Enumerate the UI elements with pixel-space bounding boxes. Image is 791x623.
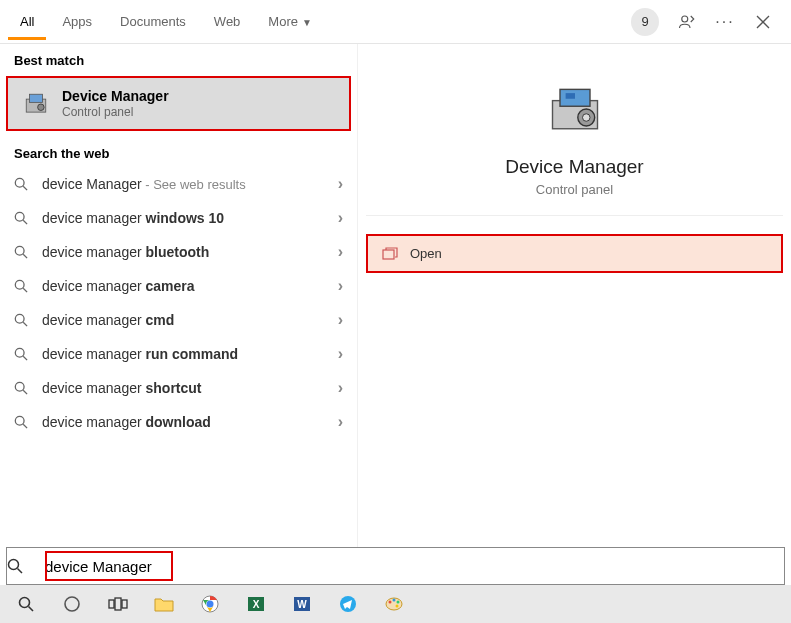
svg-line-19 [23, 390, 27, 394]
web-result-text: device manager run command [42, 346, 338, 362]
best-match-title: Device Manager [62, 88, 169, 104]
taskbar: X W [0, 585, 791, 623]
chevron-right-icon: › [338, 209, 343, 227]
svg-point-20 [15, 416, 24, 425]
best-match-subtitle: Control panel [62, 105, 169, 119]
search-input[interactable] [41, 552, 784, 581]
web-result-text: device manager camera [42, 278, 338, 294]
svg-point-5 [38, 104, 45, 111]
chevron-right-icon: › [338, 311, 343, 329]
taskbar-search-icon[interactable] [6, 588, 46, 620]
svg-line-11 [23, 254, 27, 258]
device-manager-icon [22, 90, 50, 118]
svg-text:X: X [253, 599, 260, 610]
search-icon [14, 245, 30, 259]
best-match-label: Best match [0, 44, 357, 74]
svg-point-18 [15, 382, 24, 391]
svg-point-6 [15, 178, 24, 187]
web-result-item[interactable]: device manager shortcut› [0, 371, 357, 405]
svg-line-31 [29, 607, 34, 612]
web-result-text: device manager download [42, 414, 338, 430]
svg-line-15 [23, 322, 27, 326]
svg-point-32 [65, 597, 79, 611]
svg-line-29 [18, 569, 23, 574]
svg-point-47 [396, 605, 399, 608]
svg-point-8 [15, 212, 24, 221]
taskbar-paint-icon[interactable] [374, 588, 414, 620]
search-icon [14, 177, 30, 191]
web-result-item[interactable]: device Manager - See web results› [0, 167, 357, 201]
open-label: Open [410, 246, 442, 261]
web-result-item[interactable]: device manager cmd› [0, 303, 357, 337]
search-icon [14, 211, 30, 225]
web-result-text: device Manager - See web results [42, 176, 338, 192]
chevron-right-icon: › [338, 175, 343, 193]
detail-card: Device Manager Control panel [366, 50, 783, 216]
results-panel: Best match Device Manager Control panel … [0, 44, 358, 547]
chevron-down-icon: ▼ [302, 17, 312, 28]
search-icon [7, 558, 41, 574]
taskbar-taskview-icon[interactable] [98, 588, 138, 620]
svg-line-13 [23, 288, 27, 292]
svg-point-46 [397, 601, 400, 604]
open-icon [382, 247, 400, 261]
svg-point-10 [15, 246, 24, 255]
tab-apps[interactable]: Apps [50, 4, 104, 40]
svg-point-0 [682, 16, 688, 22]
search-icon [14, 279, 30, 293]
web-result-text: device manager windows 10 [42, 210, 338, 226]
taskbar-telegram-icon[interactable] [328, 588, 368, 620]
tab-web[interactable]: Web [202, 4, 253, 40]
taskbar-word-icon[interactable]: W [282, 588, 322, 620]
more-options-icon[interactable]: ··· [715, 12, 735, 32]
top-right: 9 ··· [631, 8, 783, 36]
svg-point-45 [393, 599, 396, 602]
rewards-badge[interactable]: 9 [631, 8, 659, 36]
detail-subtitle: Control panel [386, 182, 763, 197]
taskbar-chrome-icon[interactable] [190, 588, 230, 620]
web-results-list: device Manager - See web results›device … [0, 167, 357, 439]
tabs: All Apps Documents Web More▼ [8, 4, 324, 40]
svg-rect-34 [115, 598, 121, 610]
svg-point-26 [582, 114, 590, 122]
top-bar: All Apps Documents Web More▼ 9 ··· [0, 0, 791, 44]
web-result-item[interactable]: device manager bluetooth› [0, 235, 357, 269]
chevron-right-icon: › [338, 379, 343, 397]
svg-point-28 [9, 560, 19, 570]
svg-point-14 [15, 314, 24, 323]
taskbar-excel-icon[interactable]: X [236, 588, 276, 620]
search-bar [6, 547, 785, 585]
chevron-right-icon: › [338, 277, 343, 295]
tab-all[interactable]: All [8, 4, 46, 40]
taskbar-explorer-icon[interactable] [144, 588, 184, 620]
chevron-right-icon: › [338, 413, 343, 431]
tab-more[interactable]: More▼ [256, 4, 324, 40]
svg-line-17 [23, 356, 27, 360]
close-icon[interactable] [753, 12, 773, 32]
search-icon [14, 313, 30, 327]
web-result-item[interactable]: device manager windows 10› [0, 201, 357, 235]
svg-rect-27 [383, 250, 394, 259]
svg-line-21 [23, 424, 27, 428]
taskbar-cortana-icon[interactable] [52, 588, 92, 620]
detail-panel: Device Manager Control panel Open [358, 44, 791, 547]
best-match-item[interactable]: Device Manager Control panel [6, 76, 351, 131]
web-result-text: device manager cmd [42, 312, 338, 328]
open-action[interactable]: Open [366, 234, 783, 273]
svg-point-12 [15, 280, 24, 289]
svg-rect-35 [122, 600, 127, 608]
detail-title: Device Manager [386, 156, 763, 178]
feedback-icon[interactable] [677, 12, 697, 32]
web-result-item[interactable]: device manager download› [0, 405, 357, 439]
web-result-item[interactable]: device manager camera› [0, 269, 357, 303]
svg-text:W: W [297, 599, 307, 610]
tab-documents[interactable]: Documents [108, 4, 198, 40]
web-result-item[interactable]: device manager run command› [0, 337, 357, 371]
main: Best match Device Manager Control panel … [0, 44, 791, 547]
best-match-text: Device Manager Control panel [62, 88, 169, 119]
web-section-label: Search the web [0, 137, 357, 167]
chevron-right-icon: › [338, 243, 343, 261]
svg-rect-4 [30, 94, 43, 102]
svg-point-16 [15, 348, 24, 357]
search-icon [14, 347, 30, 361]
